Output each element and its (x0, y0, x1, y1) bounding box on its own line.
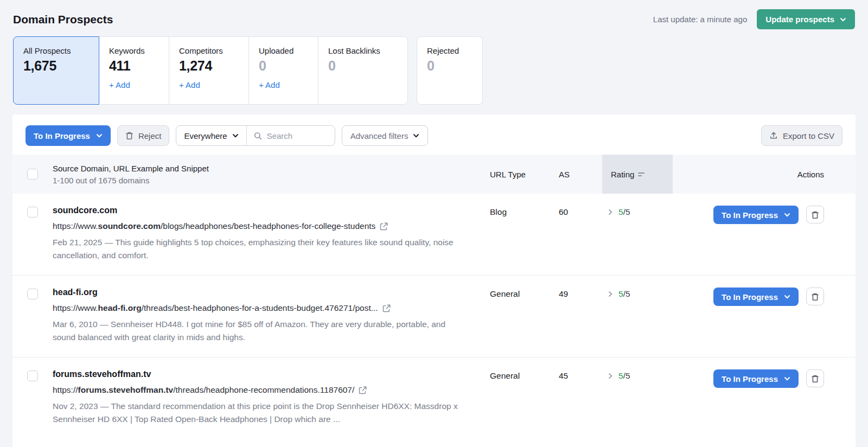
rating-cell: 5/5 (602, 288, 673, 299)
external-link-icon[interactable] (382, 304, 391, 312)
update-prospects-label: Update prospects (765, 15, 834, 24)
url-prefix: https:// (53, 385, 78, 394)
source-snippet: Nov 2, 2023 — The standard recommendatio… (53, 400, 470, 426)
row-checkbox[interactable] (27, 371, 38, 381)
tab-keywords[interactable]: Keywords 411 + Add (99, 36, 169, 105)
tab-all-prospects[interactable]: All Prospects 1,675 (13, 36, 99, 105)
row-to-in-progress-button[interactable]: To In Progress (713, 206, 799, 224)
column-source: Source Domain, URL Example and Snippet 1… (53, 155, 490, 194)
search-input[interactable] (267, 131, 328, 141)
page-title: Domain Prospects (13, 13, 113, 26)
column-actions-label: Actions (797, 170, 824, 179)
as-value: 60 (559, 206, 602, 217)
rating-cell: 5/5 (602, 369, 673, 381)
source-cell: forums.stevehoffman.tv https://forums.st… (53, 369, 490, 426)
url-prefix: https://www. (53, 303, 98, 312)
select-all-checkbox[interactable] (27, 169, 38, 180)
tab-count: 1,274 (179, 58, 239, 74)
tab-uploaded[interactable]: Uploaded 0 + Add (248, 36, 318, 105)
prospect-tabs: All Prospects 1,675 Keywords 411 + Add C… (0, 36, 868, 105)
actions-cell: To In Progress (673, 369, 856, 388)
search-icon (254, 132, 262, 140)
chevron-down-icon (232, 132, 239, 139)
url-domain: head-fi.org (98, 303, 142, 312)
source-domain[interactable]: head-fi.org (53, 288, 470, 297)
source-snippet: Mar 6, 2010 — Sennheiser HD448. I got mi… (53, 318, 470, 344)
table-row: head-fi.org https://www.head-fi.org/thre… (12, 276, 856, 357)
actions-cell: To In Progress (673, 288, 856, 306)
rating-value: 5 (618, 289, 623, 298)
reject-button[interactable]: Reject (117, 125, 170, 146)
row-delete-button[interactable] (806, 206, 824, 224)
column-as[interactable]: AS (559, 155, 602, 194)
url-prefix: https://www. (53, 221, 98, 231)
source-domain[interactable]: soundcore.com (53, 206, 470, 215)
rating-value: 5 (618, 371, 623, 380)
search-scope-select[interactable]: Everywhere (176, 126, 246, 145)
rating-max: /5 (623, 289, 630, 298)
tab-lost-backlinks[interactable]: Lost Backlinks 0 (318, 36, 408, 105)
expand-rating-icon[interactable] (608, 291, 613, 297)
to-in-progress-bulk-button[interactable]: To In Progress (25, 125, 111, 146)
column-as-label: AS (559, 170, 570, 179)
row-delete-button[interactable] (806, 288, 824, 305)
tab-count: 0 (259, 58, 308, 74)
external-link-icon[interactable] (380, 222, 388, 231)
tab-count: 0 (427, 58, 473, 74)
row-action-label: To In Progress (722, 292, 778, 302)
source-domain[interactable]: forums.stevehoffman.tv (53, 369, 470, 379)
expand-rating-icon[interactable] (608, 209, 613, 215)
rating-cell: 5/5 (602, 206, 673, 217)
row-delete-button[interactable] (806, 369, 824, 387)
as-value: 45 (559, 369, 602, 381)
chevron-down-icon (96, 132, 103, 139)
tab-label: Rejected (427, 46, 473, 55)
row-action-label: To In Progress (722, 374, 778, 384)
chevron-down-icon (784, 212, 790, 218)
chevron-down-icon (784, 375, 790, 382)
search-group: Everywhere (176, 125, 335, 146)
column-url-type[interactable]: URL Type (490, 155, 559, 194)
source-url: https://www.soundcore.com/blogs/headphon… (53, 221, 470, 231)
advanced-filters-button[interactable]: Advanced filters (342, 125, 429, 146)
tab-label: Lost Backlinks (328, 46, 398, 55)
row-checkbox-cell (12, 288, 53, 299)
url-path: /threads/best-headphones-for-a-students-… (142, 303, 378, 312)
reject-label: Reject (138, 131, 162, 141)
page-header: Domain Prospects Last update: a minute a… (0, 0, 868, 36)
url-path: /blogs/headphones/best-headphones-for-co… (161, 221, 375, 231)
row-checkbox[interactable] (27, 289, 38, 299)
source-snippet: Feb 21, 2025 — This guide highlights 5 t… (53, 236, 470, 262)
toolbar: To In Progress Reject Everywhere (12, 114, 856, 155)
rating-value: 5 (618, 207, 623, 216)
add-competitors-link[interactable]: + Add (179, 80, 200, 90)
row-to-in-progress-button[interactable]: To In Progress (713, 369, 799, 388)
rating-max: /5 (623, 207, 630, 216)
rating-max: /5 (623, 371, 630, 380)
column-rating[interactable]: Rating (602, 155, 673, 194)
add-keywords-link[interactable]: + Add (109, 80, 130, 90)
table-range-text: 1-100 out of 1675 domains (53, 176, 149, 185)
prospects-panel: To In Progress Reject Everywhere (12, 114, 856, 447)
tab-rejected[interactable]: Rejected 0 (417, 36, 483, 105)
row-to-in-progress-button[interactable]: To In Progress (713, 288, 799, 306)
row-checkbox[interactable] (27, 207, 38, 218)
expand-rating-icon[interactable] (608, 373, 613, 379)
update-prospects-button[interactable]: Update prospects (757, 9, 855, 29)
add-uploaded-link[interactable]: + Add (259, 80, 280, 90)
url-type-value: Blog (490, 206, 559, 217)
tab-label: Uploaded (259, 46, 308, 55)
advanced-filters-label: Advanced filters (350, 131, 409, 141)
tab-competitors[interactable]: Competitors 1,274 + Add (169, 36, 249, 105)
column-source-title: Source Domain, URL Example and Snippet (53, 164, 209, 173)
tab-count: 1,675 (23, 58, 89, 74)
external-link-icon[interactable] (359, 386, 367, 394)
export-csv-button[interactable]: Export to CSV (761, 125, 843, 146)
row-checkbox-cell (12, 369, 53, 381)
url-type-value: General (490, 288, 559, 299)
column-rating-label: Rating (611, 170, 634, 179)
tab-label: All Prospects (23, 46, 89, 55)
table-row: forums.stevehoffman.tv https://forums.st… (12, 357, 856, 439)
row-checkbox-cell (12, 206, 53, 218)
tab-count: 411 (109, 58, 159, 74)
